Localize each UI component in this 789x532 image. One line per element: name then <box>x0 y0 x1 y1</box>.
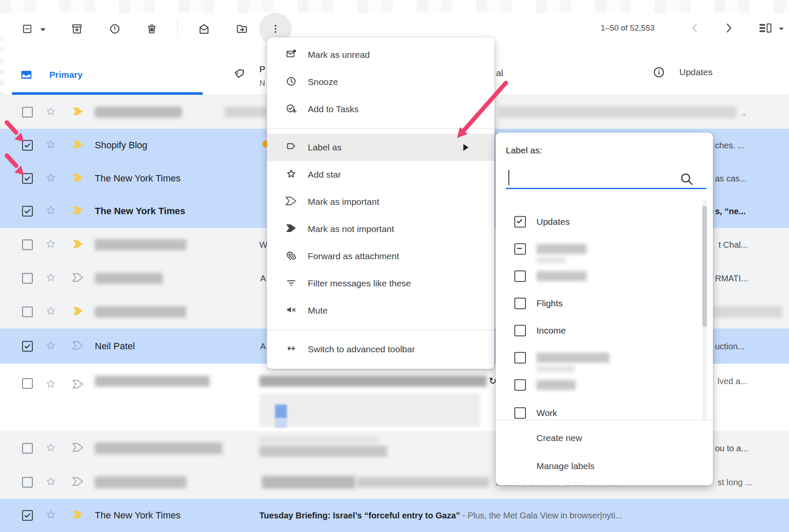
redacted-snippet <box>357 477 489 487</box>
attachment-chip-icon <box>275 405 287 419</box>
delete-button[interactable] <box>146 23 158 35</box>
importance-marker-outline-icon[interactable] <box>72 341 84 351</box>
row-checkbox[interactable] <box>22 107 33 117</box>
more-options-button[interactable] <box>270 23 281 34</box>
older-page-button[interactable] <box>726 23 732 33</box>
importance-marker-outline-icon[interactable] <box>72 443 84 453</box>
submenu-divider <box>496 420 713 420</box>
menu-item-filter-messages[interactable]: Filter messages like these <box>267 270 494 297</box>
report-spam-button[interactable] <box>109 23 121 35</box>
scrollbar-thumb[interactable] <box>702 206 707 327</box>
split-pane-toggle[interactable] <box>758 22 772 34</box>
row-checkbox[interactable] <box>22 306 33 317</box>
select-dropdown-caret-icon[interactable] <box>40 28 46 32</box>
tab-social-fragment[interactable]: al <box>496 68 503 78</box>
star-icon[interactable] <box>45 205 57 218</box>
row-checkbox-checked[interactable] <box>22 510 33 521</box>
checkbox-checked[interactable] <box>514 216 526 228</box>
mute-icon <box>286 304 297 317</box>
row-checkbox[interactable] <box>22 477 33 487</box>
menu-item-label: Snooze <box>308 77 338 87</box>
label-option-redacted[interactable] <box>496 371 713 399</box>
checkbox-indeterminate[interactable] <box>514 243 526 255</box>
importance-marker-icon[interactable] <box>72 307 84 317</box>
move-to-button[interactable] <box>236 23 248 35</box>
importance-marker-icon[interactable] <box>72 206 84 216</box>
redacted-snippet <box>714 306 782 317</box>
importance-marker-icon[interactable] <box>72 510 84 521</box>
create-new-label-button[interactable]: Create new <box>496 426 713 450</box>
label-option-flights[interactable]: Flights <box>496 290 713 317</box>
label-option-work[interactable]: Work <box>496 399 713 420</box>
menu-item-forward-as-attachment[interactable]: Forward as attachment <box>267 243 494 270</box>
mark-as-read-button[interactable] <box>198 23 210 35</box>
row-checkbox[interactable] <box>22 378 33 389</box>
checkbox-unchecked[interactable] <box>514 325 526 337</box>
updates-tab-icon[interactable] <box>653 66 665 79</box>
paperclip-icon <box>286 250 297 263</box>
email-row-selected[interactable]: The New York Times Tuesday Briefing: Isr… <box>0 499 789 532</box>
menu-item-switch-toolbar[interactable]: Switch to advanced toolbar <box>267 336 494 363</box>
star-icon[interactable] <box>45 139 57 152</box>
importance-marker-icon[interactable] <box>72 173 84 184</box>
star-icon[interactable] <box>45 272 57 285</box>
importance-marker-outline-icon[interactable] <box>72 273 84 283</box>
switch-arrows-icon <box>286 343 297 356</box>
split-pane-caret-icon[interactable] <box>779 27 784 31</box>
checkbox-unchecked[interactable] <box>514 407 526 419</box>
label-option-income[interactable]: Income <box>496 317 713 344</box>
checkbox-unchecked[interactable] <box>514 298 526 309</box>
star-icon[interactable] <box>45 105 57 119</box>
important-outline-icon <box>286 197 297 207</box>
importance-marker-icon[interactable] <box>72 240 84 250</box>
menu-item-label: Filter messages like these <box>308 278 411 289</box>
menu-item-add-star[interactable]: Add star <box>267 161 494 188</box>
checkbox-unchecked[interactable] <box>514 271 526 282</box>
importance-marker-icon[interactable] <box>72 140 84 150</box>
promotions-tab-icon[interactable] <box>234 67 247 79</box>
star-icon[interactable] <box>45 378 57 391</box>
star-icon[interactable] <box>45 305 57 318</box>
label-option-redacted[interactable] <box>496 263 713 290</box>
star-icon[interactable] <box>45 340 57 353</box>
star-icon[interactable] <box>45 442 57 455</box>
tab-primary[interactable]: Primary <box>49 70 82 80</box>
manage-labels-text: Manage labels <box>536 461 595 471</box>
filter-icon <box>286 277 297 290</box>
select-all-checkbox[interactable] <box>22 23 33 34</box>
star-icon[interactable] <box>45 238 57 251</box>
checkbox-unchecked[interactable] <box>514 379 526 391</box>
row-checkbox[interactable] <box>22 443 33 454</box>
row-checkbox[interactable] <box>22 239 33 250</box>
tab-updates[interactable]: Updates <box>679 67 712 77</box>
row-checkbox-checked[interactable] <box>22 341 33 351</box>
menu-item-mark-as-important[interactable]: Mark as important <box>267 188 494 215</box>
newer-page-button[interactable] <box>692 23 698 33</box>
row-checkbox-checked[interactable] <box>22 206 33 217</box>
promotions-subtext-fragment: N <box>259 79 265 88</box>
menu-item-label: Mute <box>308 306 328 316</box>
row-checkbox[interactable] <box>22 273 33 283</box>
snippet-fragment: t Chal... <box>718 240 748 249</box>
importance-marker-outline-icon[interactable] <box>72 477 84 487</box>
star-icon[interactable] <box>45 509 57 522</box>
menu-item-mark-as-unread[interactable]: Mark as unread <box>267 41 494 68</box>
tab-promotions-fragment[interactable]: P <box>259 64 265 74</box>
label-option-redacted[interactable] <box>496 235 713 263</box>
star-icon[interactable] <box>45 172 57 185</box>
archive-button[interactable] <box>71 23 83 35</box>
menu-item-mute[interactable]: Mute <box>267 297 494 324</box>
snippet-fragment: uction... <box>715 341 745 351</box>
importance-marker-outline-icon[interactable] <box>72 380 84 390</box>
label-option-redacted[interactable] <box>496 344 713 371</box>
importance-marker-icon[interactable] <box>72 107 84 117</box>
checkbox-unchecked[interactable] <box>514 352 526 364</box>
label-option-updates[interactable]: Updates <box>496 208 713 235</box>
redacted-label <box>536 353 610 363</box>
label-search-input[interactable] <box>506 171 695 189</box>
snippet-fragment: as cas... <box>715 173 746 183</box>
annotation-arrow-checkbox-2 <box>3 153 29 181</box>
star-icon[interactable] <box>45 475 57 489</box>
menu-item-mark-as-not-important[interactable]: Mark as not important <box>267 215 494 243</box>
manage-labels-button[interactable]: Manage labels <box>496 454 713 478</box>
